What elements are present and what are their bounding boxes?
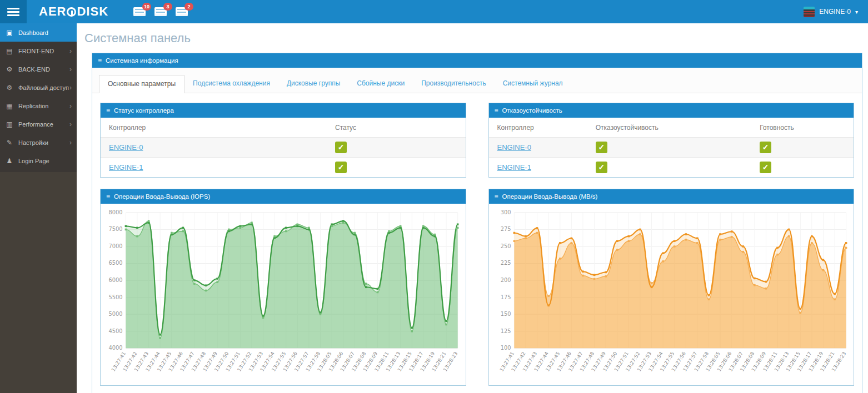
status-check-icon: ✓ [335, 162, 347, 173]
sidebar-item-performance[interactable]: ▥ Performance › [0, 115, 77, 133]
notification-icon-2[interactable]: 3 [154, 7, 167, 16]
sidebar-item-label: Login Page [18, 158, 49, 164]
svg-text:7500: 7500 [108, 226, 122, 232]
sidebar-item-replication[interactable]: ▦ Replication › [0, 97, 77, 115]
engine-1-link[interactable]: ENGINE-1 [497, 163, 531, 172]
notification-badge-1: 10 [142, 3, 151, 11]
column-header-status: Статус [327, 118, 465, 138]
chevron-right-icon: › [69, 47, 72, 55]
chevron-right-icon: › [69, 84, 72, 92]
chart-svg: 10012515017520022525027530013:27:4113:27… [490, 207, 852, 383]
tab-main-parameters[interactable]: Основные параметры [99, 75, 184, 93]
svg-text:4500: 4500 [108, 328, 122, 334]
sidebar-item-settings[interactable]: ✎ Настройки › [0, 133, 77, 152]
system-info-panel: ≡ Системная информация Основные параметр… [92, 53, 862, 393]
server-rack-icon [804, 7, 815, 17]
top-bar: AERDISK 10 3 2 ENGINE-0 ▾ [0, 0, 868, 23]
readiness-check-icon: ✓ [760, 142, 771, 153]
replication-icon: ▦ [5, 102, 14, 110]
svg-text:6000: 6000 [108, 277, 122, 283]
engine-selector-label: ENGINE-0 [819, 8, 851, 16]
table-row: ENGINE-1 ✓ [101, 158, 466, 178]
svg-text:150: 150 [500, 311, 511, 317]
chart-svg: 40004500500055006000650070007500800013:2… [102, 207, 463, 383]
controller-status-panel: ≡ Статус контроллера Контроллер Статус E… [100, 103, 466, 178]
sidebar-item-front-end[interactable]: ▤ FRONT-END › [0, 42, 77, 60]
failover-check-icon: ✓ [596, 142, 607, 153]
engine-selector-dropdown[interactable]: ENGINE-0 ▾ [804, 7, 858, 17]
table-row: ENGINE-0 ✓ ✓ [489, 138, 854, 158]
column-header-failover: Отказоустойчивость [587, 118, 751, 138]
front-end-icon: ▤ [5, 47, 14, 55]
gears-icon: ⚙ [5, 66, 14, 73]
failover-title: Отказоустойчивость [502, 107, 562, 114]
svg-text:8000: 8000 [108, 209, 122, 215]
iops-chart-title: Операции Ввода-Вывода (IOPS) [114, 193, 210, 200]
svg-text:6500: 6500 [108, 260, 122, 266]
chevron-right-icon: › [69, 139, 72, 147]
logo-ring-icon [67, 7, 76, 17]
tab-system-log[interactable]: Системный журнал [495, 75, 571, 93]
menu-toggle-button[interactable] [0, 0, 27, 23]
svg-text:7000: 7000 [108, 243, 122, 249]
mbs-chart-title: Операции Ввода-Вывода (MB/s) [502, 193, 598, 200]
notification-icon-1[interactable]: 10 [133, 7, 146, 16]
engine-0-link[interactable]: ENGINE-0 [497, 143, 531, 152]
system-info-panel-title: Системная информация [106, 57, 178, 64]
column-header-readiness: Готовность [751, 118, 854, 138]
sidebar-item-label: Dashboard [18, 29, 48, 36]
table-row: ENGINE-0 ✓ [101, 138, 466, 158]
logo-text-post: DISK [77, 4, 108, 19]
sidebar-item-label: Performance [18, 121, 53, 128]
chart-icon: ≡ [495, 193, 498, 200]
column-header-controller: Контроллер [101, 118, 327, 138]
svg-text:200: 200 [500, 277, 511, 283]
table-header-row: Контроллер Статус [101, 118, 466, 138]
mbs-chart-panel: ≡ Операции Ввода-Вывода (MB/s) 100125150… [488, 189, 855, 386]
svg-text:300: 300 [500, 209, 511, 215]
svg-text:250: 250 [500, 243, 511, 249]
aerodisk-logo: AERDISK [39, 4, 108, 19]
sidebar-item-back-end[interactable]: ⚙ BACK-END › [0, 60, 77, 78]
notification-badge-2: 3 [163, 3, 172, 11]
sidebar-item-label: FRONT-END [18, 48, 54, 54]
chevron-right-icon: › [69, 102, 72, 110]
engine-0-link[interactable]: ENGINE-0 [109, 143, 143, 152]
controller-status-header: ≡ Статус контроллера [101, 103, 466, 118]
gears-icon: ⚙ [5, 84, 14, 92]
svg-text:4000: 4000 [108, 345, 122, 351]
svg-text:5000: 5000 [108, 311, 122, 317]
tab-disk-groups[interactable]: Дисковые группы [278, 75, 348, 93]
charts-grid: ≡ Операции Ввода-Вывода (IOPS) 400045005… [92, 189, 862, 393]
tab-performance[interactable]: Производительность [413, 75, 494, 93]
sidebar: ▣ Dashboard ▤ FRONT-END › ⚙ BACK-END › ⚙… [0, 23, 77, 393]
settings-icon: ✎ [5, 139, 14, 147]
logo-text-pre: AER [39, 4, 66, 19]
tab-failed-disks[interactable]: Сбойные диски [348, 75, 413, 93]
list-lines-icon [177, 9, 186, 14]
engine-1-link[interactable]: ENGINE-1 [109, 163, 143, 172]
sidebar-item-dashboard[interactable]: ▣ Dashboard [0, 23, 77, 42]
notification-icon-3[interactable]: 2 [176, 7, 188, 16]
readiness-check-icon: ✓ [760, 162, 771, 173]
tab-cooling-subsystem[interactable]: Подсистема охлаждения [184, 75, 278, 93]
svg-text:275: 275 [500, 226, 511, 232]
column-header-controller: Контроллер [489, 118, 587, 138]
notification-group: 10 3 2 [133, 7, 188, 16]
list-lines-icon [156, 9, 165, 14]
sidebar-item-label: Файловый доступ [18, 84, 69, 91]
failover-panel: ≡ Отказоустойчивость Контроллер Отказоус… [488, 103, 855, 178]
sidebar-item-label: Настройки [18, 139, 48, 146]
mbs-chart-header: ≡ Операции Ввода-Вывода (MB/s) [489, 189, 854, 204]
iops-chart-panel: ≡ Операции Ввода-Вывода (IOPS) 400045005… [100, 189, 466, 386]
sidebar-item-label: Replication [18, 103, 48, 109]
chart-icon: ≡ [106, 193, 110, 200]
svg-text:125: 125 [500, 328, 511, 334]
user-icon: ♟ [5, 157, 14, 165]
page-title: Системная панель [84, 31, 862, 46]
table-row: ENGINE-1 ✓ ✓ [489, 158, 854, 178]
sidebar-item-login-page[interactable]: ♟ Login Page [0, 152, 77, 170]
sidebar-item-file-access[interactable]: ⚙ Файловый доступ › [0, 78, 77, 97]
svg-text:225: 225 [500, 260, 511, 266]
failover-check-icon: ✓ [596, 162, 607, 173]
